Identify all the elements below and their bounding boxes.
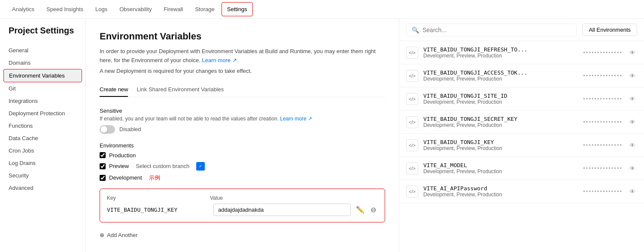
env-var-item: </>VITE_BAIDU_TONGJI_SECRET_KEYDevelopme…: [399, 111, 644, 134]
search-bar: 🔍 All Environments: [399, 19, 644, 41]
sidebar-item-git[interactable]: Git: [0, 82, 85, 95]
code-icon: </>: [406, 162, 418, 174]
env-var-masked-value: ••••••••••••••: [583, 49, 623, 56]
env-filter-label: All Environments: [589, 27, 631, 33]
env-checkboxes: ProductionPreviewSelect custom branch✓De…: [100, 152, 385, 182]
eye-icon[interactable]: 👁: [628, 94, 637, 104]
sidebar-title: Project Settings: [0, 26, 85, 44]
eye-icon[interactable]: 👁: [628, 117, 637, 127]
sidebar-item-functions[interactable]: Functions: [0, 120, 85, 132]
sidebar-item-general[interactable]: General: [0, 44, 85, 57]
kv-labels: Key Value: [107, 195, 378, 201]
content-tabs: Create newLink Shared Environment Variab…: [100, 83, 385, 97]
search-input[interactable]: [422, 27, 571, 33]
sidebar-item-advanced[interactable]: Advanced: [0, 182, 85, 194]
nav-tab-storage[interactable]: Storage: [190, 3, 220, 16]
sensitive-desc: If enabled, you and your team will not b…: [100, 116, 385, 122]
env-checkbox-preview[interactable]: [100, 163, 106, 169]
nav-tab-observability[interactable]: Observability: [114, 3, 157, 16]
add-another-button[interactable]: ⊕ Add Another: [100, 229, 138, 241]
sidebar-item-environment-variables[interactable]: Environment Variables: [3, 69, 82, 82]
env-vars-list: </>VITE_BAIDU_TONGJI_REFRESH_TO...Develo…: [399, 41, 644, 252]
nav-tab-logs[interactable]: Logs: [90, 3, 112, 16]
env-var-masked-value: ••••••••••••••: [583, 72, 623, 79]
nav-tab-analytics[interactable]: Analytics: [7, 3, 39, 16]
env-var-item: </>VITE_BAIDU_TONGJI_KEYDevelopment, Pre…: [399, 134, 644, 157]
kv-value-input[interactable]: [213, 204, 351, 216]
code-icon: </>: [406, 93, 418, 105]
env-var-name: VITE_AI_MODEL: [423, 162, 578, 168]
sensitive-toggle-row: Disabled: [100, 125, 385, 134]
sidebar-item-domains[interactable]: Domains: [0, 57, 85, 69]
env-info: VITE_BAIDU_TONGJI_REFRESH_TO...Developme…: [423, 46, 578, 59]
env-var-item: </>VITE_BAIDU_TONGJI_REFRESH_TO...Develo…: [399, 41, 644, 64]
env-checkbox-label-preview: Preview: [109, 163, 129, 169]
code-icon: </>: [406, 47, 418, 59]
env-var-masked-value: ••••••••••••••: [583, 119, 623, 125]
eye-icon[interactable]: 👁: [628, 71, 637, 81]
content-desc-text: In order to provide your Deployment with…: [100, 48, 376, 63]
learn-more-link[interactable]: Learn more ↗: [202, 57, 237, 63]
env-checkbox-label-development: Development: [109, 174, 142, 181]
env-filter-button[interactable]: All Environments: [582, 24, 637, 36]
env-checkbox-development[interactable]: [100, 175, 106, 181]
add-another-label: Add Another: [107, 232, 138, 238]
env-var-name: VITE_AI_APIPassword: [423, 185, 578, 192]
kv-container: Key Value VITE_BAIDU_TONGJI_KEY ✏️ ⊖: [100, 189, 385, 222]
sidebar-item-data-cache[interactable]: Data Cache: [0, 132, 85, 144]
branch-select-icon[interactable]: ✓: [196, 162, 205, 171]
eye-icon[interactable]: 👁: [628, 186, 637, 197]
env-var-masked-value: ••••••••••••••: [583, 165, 623, 171]
nav-tab-settings[interactable]: Settings: [222, 2, 253, 16]
sidebar-item-integrations[interactable]: Integrations: [0, 95, 85, 107]
content-area: Environment Variables In order to provid…: [86, 19, 399, 252]
sidebar-item-log-drains[interactable]: Log Drains: [0, 157, 85, 169]
code-icon: </>: [406, 116, 418, 128]
env-var-name: VITE_BAIDU_TONGJI_REFRESH_TO...: [423, 46, 578, 53]
env-var-name: VITE_BAIDU_TONGJI_SITE_ID: [423, 93, 578, 99]
eye-icon[interactable]: 👁: [628, 48, 637, 58]
search-icon: 🔍: [412, 27, 419, 33]
content-tab-link-shared-environment-variables[interactable]: Link Shared Environment Variables: [137, 83, 224, 97]
env-var-item: </>VITE_BAIDU_TONGJI_ACCESS_TOK...Develo…: [399, 64, 644, 87]
nav-tab-firewall[interactable]: Firewall: [158, 3, 188, 16]
env-var-masked-value: ••••••••••••••: [583, 188, 623, 195]
sidebar: Project Settings GeneralDomainsEnvironme…: [0, 19, 86, 252]
sidebar-item-security[interactable]: Security: [0, 169, 85, 182]
sidebar-item-deployment-protection[interactable]: Deployment Protection: [0, 107, 85, 120]
kv-key: VITE_BAIDU_TONGJI_KEY: [107, 207, 210, 213]
sensitive-toggle[interactable]: [100, 125, 115, 134]
env-info: VITE_AI_APIPasswordDevelopment, Preview,…: [423, 185, 578, 198]
env-var-envs: Development, Preview, Production: [423, 76, 578, 82]
code-icon: </>: [406, 139, 418, 151]
environments-section: Environments ProductionPreviewSelect cus…: [100, 142, 385, 182]
environments-label: Environments: [100, 142, 385, 149]
sensitive-section: Sensitive If enabled, you and your team …: [100, 108, 385, 134]
env-info: VITE_BAIDU_TONGJI_SITE_IDDevelopment, Pr…: [423, 93, 578, 105]
env-var-item: </>VITE_AI_MODELDevelopment, Preview, Pr…: [399, 157, 644, 180]
env-var-item: </>VITE_BAIDU_TONGJI_SITE_IDDevelopment,…: [399, 87, 644, 111]
env-checkbox-label-production: Production: [109, 152, 136, 159]
edit-button[interactable]: ✏️: [354, 204, 366, 216]
env-var-envs: Development, Preview, Production: [423, 122, 578, 128]
sensitive-label: Sensitive: [100, 108, 385, 114]
env-info: VITE_BAIDU_TONGJI_KEYDevelopment, Previe…: [423, 139, 578, 151]
search-input-wrap: 🔍: [406, 24, 577, 36]
env-var-envs: Development, Preview, Production: [423, 53, 578, 59]
env-checkbox-row-production: Production: [100, 152, 385, 159]
nav-tab-speed-insights[interactable]: Speed Insights: [41, 3, 88, 16]
value-label: Value: [210, 195, 378, 201]
eye-icon[interactable]: 👁: [628, 140, 637, 150]
add-icon: ⊕: [100, 232, 104, 238]
content-title: Environment Variables: [100, 31, 385, 42]
kv-row: VITE_BAIDU_TONGJI_KEY ✏️ ⊖: [107, 204, 378, 216]
content-tab-create-new[interactable]: Create new: [100, 83, 128, 97]
right-panel: 🔍 All Environments </>VITE_BAIDU_TONGJI_…: [399, 19, 644, 252]
env-var-item: </>VITE_AI_APIPasswordDevelopment, Previ…: [399, 180, 644, 203]
sensitive-learn-more-link[interactable]: Learn more ↗: [280, 116, 312, 122]
delete-button[interactable]: ⊖: [369, 204, 378, 216]
env-checkbox-production[interactable]: [100, 152, 106, 158]
sidebar-item-cron-jobs[interactable]: Cron Jobs: [0, 144, 85, 157]
code-icon: </>: [406, 186, 418, 198]
eye-icon[interactable]: 👁: [628, 163, 637, 174]
